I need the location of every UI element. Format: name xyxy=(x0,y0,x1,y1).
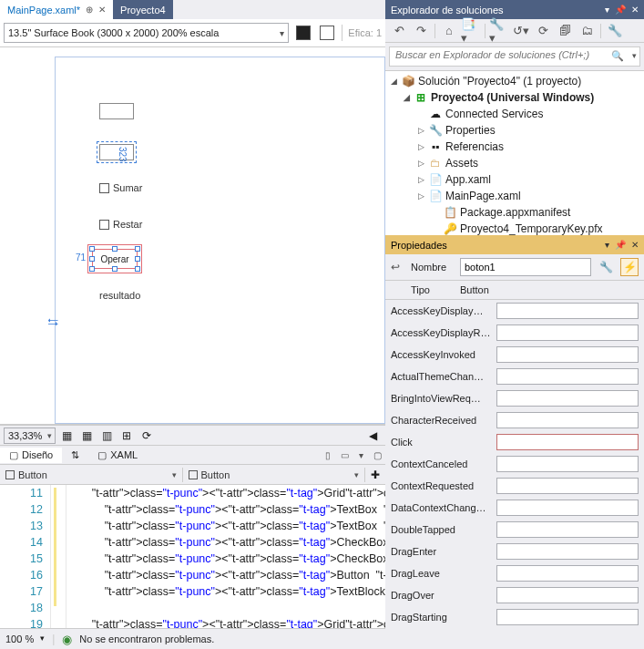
status-bar: 100 % | ◉ No se encontraron problemas. xyxy=(0,628,385,649)
orientation-toolbar-alt[interactable] xyxy=(318,24,336,42)
prop-value-input[interactable] xyxy=(496,368,639,385)
prop-name: DoubleTapped xyxy=(391,524,491,535)
prop-value-input[interactable] xyxy=(496,324,639,341)
type-value: Button xyxy=(460,284,639,295)
prop-row-doubletapped: DoubleTapped xyxy=(385,519,644,541)
link-icon[interactable]: ⮀ xyxy=(47,316,58,329)
zoom-dropdown[interactable]: 33,33% xyxy=(4,428,56,444)
panel-pin-icon[interactable]: 📌 xyxy=(615,240,626,250)
wrench-icon[interactable]: 🔧▾ xyxy=(489,21,509,41)
search-dd-icon[interactable]: ▾ xyxy=(632,51,637,60)
prop-row-dragover: DragOver xyxy=(385,584,644,606)
maximize-icon[interactable]: ▢ xyxy=(369,450,385,460)
status-ok-icon: ◉ xyxy=(62,633,72,646)
prop-value-input[interactable] xyxy=(496,390,639,407)
document-tabs: MainPage.xaml*⊕✕ Proyecto4 xyxy=(0,0,385,19)
device-dropdown[interactable]: 13.5" Surface Book (3000 x 2000) 200% es… xyxy=(4,23,289,43)
showall-icon[interactable]: 🗂 xyxy=(577,21,597,41)
designer-textbox1[interactable] xyxy=(99,103,134,119)
view-xaml[interactable]: ▢ XAML xyxy=(88,448,147,463)
tree-references[interactable]: ▷▪▪Referencias xyxy=(385,139,644,155)
prop-name: ActualThemeChan… xyxy=(391,371,491,382)
solution-tree[interactable]: ◢📦Solución "Proyecto4" (1 proyecto) ◢⊞Pr… xyxy=(385,71,644,235)
search-icon[interactable]: 🔍 xyxy=(611,50,624,62)
orientation-toolbar[interactable] xyxy=(294,24,312,42)
tab-mainpage[interactable]: MainPage.xaml*⊕✕ xyxy=(0,0,113,19)
tree-solution-root[interactable]: ◢📦Solución "Proyecto4" (1 proyecto) xyxy=(385,73,644,89)
tree-project[interactable]: ◢⊞Proyecto4 (Universal Windows) xyxy=(385,89,644,106)
prop-value-input[interactable] xyxy=(496,478,639,494)
snap-icon[interactable]: ▥ xyxy=(97,428,116,444)
view-swap[interactable]: ⇅ xyxy=(62,448,88,463)
designer-button-operar[interactable]: Operar xyxy=(92,249,138,269)
tree-mainpagexaml[interactable]: ▷📄MainPage.xaml xyxy=(385,188,644,204)
view-toggle: ▢ Diseño ⇅ ▢ XAML ▯ ▭ ▾ ▢ xyxy=(0,445,385,465)
code-editor[interactable]: 1112131415161718192021 "t-attr">class="t… xyxy=(0,485,385,628)
tree-appxaml[interactable]: ▷📄App.xaml xyxy=(385,171,644,188)
prop-value-input[interactable] xyxy=(496,587,639,603)
prop-row-contextrequested: ContextRequested xyxy=(385,475,644,497)
prop-value-input[interactable] xyxy=(496,412,639,428)
status-message: No se encontraron problemas. xyxy=(79,634,214,644)
bc-plus-icon[interactable]: ✚ xyxy=(365,469,385,481)
prop-value-input[interactable] xyxy=(496,521,639,538)
tree-pfx[interactable]: 🔑Proyecto4_TemporaryKey.pfx xyxy=(385,221,644,235)
history-icon[interactable]: ↺▾ xyxy=(511,21,531,41)
snap2-icon[interactable]: ⊞ xyxy=(118,428,136,444)
prop-value-input[interactable] xyxy=(496,456,639,472)
view-design[interactable]: ▢ Diseño xyxy=(0,448,62,463)
tree-properties[interactable]: ▷🔧Properties xyxy=(385,122,644,139)
prop-value-input[interactable] xyxy=(496,434,639,450)
panel-pin-icon[interactable]: 📌 xyxy=(615,5,626,15)
element-icon: ↩ xyxy=(391,261,405,273)
home-icon[interactable]: ⌂ xyxy=(439,21,459,41)
solution-search: Buscar en Explorador de soluciones (Ctrl… xyxy=(385,43,644,71)
tree-assets[interactable]: ▷🗀Assets xyxy=(385,155,644,171)
sync-icon[interactable]: 📑▾ xyxy=(461,21,481,41)
panel-close-icon[interactable]: ✕ xyxy=(631,5,639,15)
collapse-icon[interactable]: ▾ xyxy=(353,450,369,460)
solution-search-input[interactable]: Buscar en Explorador de soluciones (Ctrl… xyxy=(389,46,640,67)
back-icon[interactable]: ↶ xyxy=(389,21,409,41)
designer-checkbox-sumar[interactable]: Sumar xyxy=(99,182,142,193)
designer-textbox2[interactable] xyxy=(99,144,134,160)
status-zoom[interactable]: 100 % xyxy=(5,634,45,644)
grid-icon[interactable]: ▦ xyxy=(77,428,96,444)
split-h-icon[interactable]: ▭ xyxy=(336,450,353,460)
prop-value-input[interactable] xyxy=(496,346,639,363)
prop-value-input[interactable] xyxy=(496,303,639,319)
refresh-icon[interactable]: ⟳ xyxy=(138,428,156,444)
tree-connected-services[interactable]: ☁Connected Services xyxy=(385,106,644,122)
designer-textblock-resultado[interactable]: resultado xyxy=(99,290,140,301)
tab-proyecto4[interactable]: Proyecto4 xyxy=(113,0,173,19)
close-icon[interactable]: ⊕ xyxy=(86,5,93,15)
fit-icon[interactable]: ▦ xyxy=(57,428,76,444)
line-gutter: 1112131415161718192021 xyxy=(0,485,50,628)
wrench-mode-icon[interactable]: 🔧 xyxy=(597,258,615,276)
prop-name: DragLeave xyxy=(391,568,491,579)
refresh2-icon[interactable]: ⟳ xyxy=(533,21,553,41)
panel-dropdown-icon[interactable]: ▾ xyxy=(605,5,609,15)
prop-value-input[interactable] xyxy=(496,609,639,625)
fwd-icon[interactable]: ↷ xyxy=(411,21,431,41)
copy-icon[interactable]: 🗐 xyxy=(555,21,575,41)
panel-dropdown-icon[interactable]: ▾ xyxy=(605,240,609,250)
panel-close-icon[interactable]: ✕ xyxy=(631,240,639,250)
prop-name: DataContextChang… xyxy=(391,502,491,513)
breadcrumb-right[interactable]: Button▾ xyxy=(183,468,366,482)
properties-icon[interactable]: 🔧 xyxy=(605,21,625,41)
prop-row-accesskeydisplay: AccessKeyDisplay… xyxy=(385,300,644,322)
prop-name: DragEnter xyxy=(391,546,491,557)
prop-value-input[interactable] xyxy=(496,500,639,516)
prop-name: DragStarting xyxy=(391,612,491,623)
scroll-left-icon[interactable]: ◀ xyxy=(363,428,382,444)
prop-value-input[interactable] xyxy=(496,565,639,582)
name-input[interactable] xyxy=(460,258,591,276)
split-v-icon[interactable]: ▯ xyxy=(320,450,336,460)
events-mode-icon[interactable]: ⚡ xyxy=(620,258,639,276)
breadcrumb-left[interactable]: Button▾ xyxy=(0,468,183,482)
designer-surface[interactable]: Sumar Restar Operar resultado 71 323 ⮀ xyxy=(0,47,385,425)
designer-checkbox-restar[interactable]: Restar xyxy=(99,219,142,230)
tree-package[interactable]: 📋Package.appxmanifest xyxy=(385,204,644,221)
prop-value-input[interactable] xyxy=(496,543,639,560)
